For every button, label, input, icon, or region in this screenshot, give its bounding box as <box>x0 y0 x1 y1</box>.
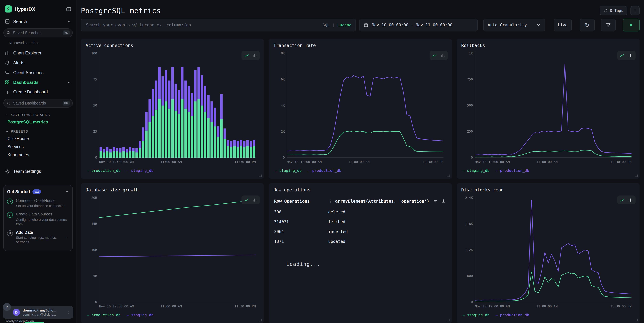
sidebar-item-label: Search <box>13 19 64 24</box>
get-started-header[interactable]: Get Started 2/3 <box>7 189 69 195</box>
chevron-up-icon[interactable] <box>67 19 71 24</box>
event-search-bar: SQL | Lucene <box>81 18 356 32</box>
search-input[interactable] <box>85 22 319 28</box>
section-presets[interactable]: PRESETS <box>0 126 76 134</box>
bar-chart-toggle-icon[interactable] <box>251 52 259 59</box>
legend-item[interactable]: — staging_db <box>462 168 490 173</box>
resize-handle-icon[interactable] <box>259 318 262 322</box>
svg-text:75: 75 <box>93 78 97 81</box>
sidebar-item-team-settings[interactable]: Team Settings <box>0 166 76 176</box>
legend-item[interactable]: — staging_db <box>462 313 490 317</box>
table-header-col1[interactable]: Row Operations <box>274 198 328 204</box>
svg-text:11:30:00 PM: 11:30:00 PM <box>610 160 631 164</box>
lucene-toggle[interactable]: Lucene <box>338 23 352 28</box>
table-header-col2[interactable]: arrayElement(Attributes, 'operation') <box>335 198 430 204</box>
svg-text:1.2K: 1.2K <box>465 248 473 252</box>
sidebar-item-chart-explorer[interactable]: Chart Explorer <box>0 48 76 58</box>
bar-chart-toggle-icon[interactable] <box>626 52 634 59</box>
preset-link-services[interactable]: Services <box>0 143 76 151</box>
resize-handle-icon[interactable] <box>634 318 638 322</box>
chart-canvas[interactable]: 02K4K6K8KNov 10 12:00:00 AM11:00:00 AM11… <box>274 50 447 166</box>
svg-text:25: 25 <box>93 130 97 133</box>
filter-lines-icon[interactable] <box>433 199 438 204</box>
preset-link-clickhouse[interactable]: ClickHouse <box>0 134 76 143</box>
sidebar-item-client-sessions[interactable]: Client Sessions <box>0 68 76 78</box>
collapse-sidebar-icon[interactable] <box>66 6 71 12</box>
section-saved-dashboards[interactable]: SAVED DASHBOARDS <box>0 110 76 118</box>
legend-item[interactable]: — staging_db <box>127 168 154 173</box>
chart-title: Active connections <box>86 43 259 48</box>
legend-item[interactable]: — production_db <box>87 168 120 173</box>
user-email: dominic.tran@clickho... <box>23 312 64 316</box>
table-row[interactable]: 1871updated <box>274 236 447 246</box>
legend-item[interactable]: — staging_db <box>127 313 154 317</box>
legend-item[interactable]: — production_db <box>496 168 529 173</box>
live-button[interactable]: Live <box>554 18 572 32</box>
dashboards-grid-icon <box>5 80 10 85</box>
legend-item[interactable]: — production_db <box>87 313 120 317</box>
legend-item[interactable]: — production_db <box>308 168 342 173</box>
search-icon <box>6 31 10 35</box>
line-chart-toggle-icon[interactable] <box>243 52 251 59</box>
saved-searches-input[interactable]: Saved Searches ⌘K <box>4 28 73 37</box>
sidebar-item-label: Client Sessions <box>13 70 71 75</box>
line-chart-toggle-icon[interactable] <box>618 52 626 59</box>
user-menu[interactable]: D dominic.tran@clic... dominic.tran@clic… <box>3 306 74 318</box>
refresh-icon: ↻ <box>585 22 590 28</box>
line-chart-toggle-icon[interactable] <box>430 52 438 59</box>
chart-title: Row operations <box>274 187 447 192</box>
help-button[interactable]: ? <box>3 303 11 311</box>
funnel-icon <box>606 22 611 28</box>
chart-title: Rollbacks <box>461 43 635 48</box>
sidebar-item-dashboards[interactable]: Dashboards <box>0 78 76 87</box>
svg-text:2K: 2K <box>281 130 285 133</box>
arrow-right-icon: → <box>64 235 68 240</box>
resize-handle-icon[interactable] <box>447 174 450 177</box>
get-started-item-connect[interactable]: Connect to ClickHouse Set up your databa… <box>7 198 69 208</box>
resize-handle-icon[interactable] <box>634 174 638 177</box>
chevron-up-icon[interactable] <box>65 190 69 194</box>
sidebar: HyperDX Search Saved Searches ⌘K No save… <box>0 0 76 323</box>
table-row[interactable]: 3064inserted <box>274 226 447 236</box>
table-row[interactable]: 314071fetched <box>274 217 447 226</box>
section-label-text: SAVED DASHBOARDS <box>11 113 50 117</box>
clickhouse-cloud-link-partial[interactable] <box>25 322 44 323</box>
tags-button[interactable]: 0 Tags <box>600 6 627 15</box>
time-range-picker[interactable]: Nov 10 00:00:00 - Nov 11 00:00:00 <box>359 18 478 32</box>
sql-toggle[interactable]: SQL <box>322 23 330 28</box>
bar-chart-toggle-icon[interactable] <box>251 196 259 203</box>
filter-button[interactable] <box>601 18 616 32</box>
get-started-item-sources[interactable]: Create Data Sources Configure where your… <box>7 212 69 226</box>
saved-dashboards-input[interactable]: Saved Dashboards ⌘K <box>4 99 73 108</box>
legend-item[interactable]: — production_db <box>496 313 529 317</box>
line-chart-toggle-icon[interactable] <box>618 196 626 203</box>
refresh-button[interactable]: ↻ <box>580 18 594 32</box>
get-started-item-add-data[interactable]: 3 Add Data Start sending logs, metrics, … <box>7 230 69 244</box>
chart-canvas[interactable]: 06001.2K1.8K2.4KNov 10 12:00:00 AM11:00:… <box>461 194 635 311</box>
legend-item[interactable]: — staging_db <box>275 168 302 173</box>
preset-link-kubernetes[interactable]: Kubernetes <box>0 151 76 159</box>
resize-handle-icon[interactable] <box>447 318 450 322</box>
chart-type-toggle <box>430 51 448 60</box>
get-started-card: Get Started 2/3 Connect to ClickHouse Se… <box>4 185 73 251</box>
table-row[interactable]: 308deleted <box>274 207 447 217</box>
create-dashboard-button[interactable]: Create Dashboard <box>0 87 76 97</box>
bar-chart-toggle-icon[interactable] <box>438 52 447 59</box>
dashboard-link-postgresql-metrics[interactable]: PostgreSQL metrics <box>0 118 76 126</box>
download-icon[interactable] <box>441 199 446 204</box>
chart-canvas[interactable]: 05B10B15B20BNov 10 12:00:00 AM11:00:00 A… <box>86 194 259 311</box>
sidebar-item-alerts[interactable]: Alerts <box>0 58 76 68</box>
sidebar-item-search[interactable]: Search <box>0 16 76 26</box>
column-menu-icon[interactable]: ⋮ <box>328 198 332 204</box>
line-chart-toggle-icon[interactable] <box>243 196 251 203</box>
search-icon <box>6 101 10 105</box>
chevron-up-icon[interactable] <box>67 80 71 84</box>
dashboard-menu-button[interactable] <box>630 6 640 15</box>
plus-icon <box>6 90 10 94</box>
chart-canvas[interactable]: 0255075100Nov 10 12:00:00 AM11:00:00 AM1… <box>86 50 259 166</box>
chart-canvas[interactable]: 02505007501KNov 10 12:00:00 AM11:00:00 A… <box>461 50 635 166</box>
run-query-button[interactable] <box>623 18 640 32</box>
resize-handle-icon[interactable] <box>259 174 262 177</box>
granularity-select[interactable]: Auto Granularity <box>483 18 545 32</box>
bar-chart-toggle-icon[interactable] <box>626 196 634 203</box>
